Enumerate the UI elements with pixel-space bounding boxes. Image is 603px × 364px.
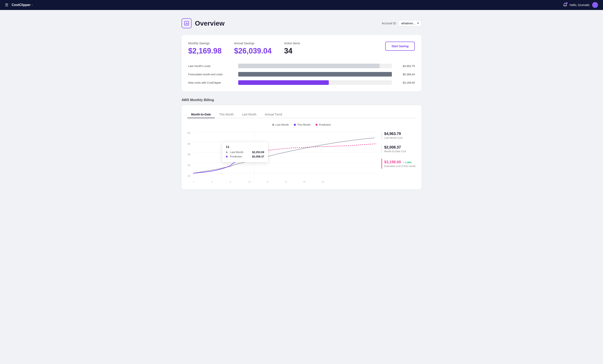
chart-and-stats: 5K 4K 3K 2K 1K xyxy=(187,130,416,184)
legend-label-this-month: This Month xyxy=(297,123,311,126)
action-items-label: Action Items xyxy=(284,42,300,45)
tab-annual-trend[interactable]: Annual Trend xyxy=(261,111,286,118)
legend-dot-prediction xyxy=(315,124,318,126)
account-id-select[interactable]: whatever... xyxy=(398,20,421,26)
last-month-cost-value: $4,963.79 xyxy=(396,65,415,68)
last-month-cost-bar-wrap xyxy=(238,64,392,68)
tooltip-prediction-label: Prediction xyxy=(230,155,250,158)
tooltip-prediction-value: $2,008.37 xyxy=(252,155,264,158)
svg-text:17: 17 xyxy=(266,181,269,183)
y-axis: 5K 4K 3K 2K 1K xyxy=(187,130,193,184)
billing-tabs: Month-to-Date This Month Last Month Annu… xyxy=(187,111,416,118)
user-avatar xyxy=(592,2,598,8)
page-title-area: Overview xyxy=(182,18,224,28)
topnav-left: ☰ CostClipper✦ xyxy=(5,3,33,7)
monthly-savings-label: Monthly Savings xyxy=(188,42,221,45)
annual-savings-value: $26,039.04 xyxy=(234,47,271,55)
legend-label-prediction: Prediction xyxy=(319,123,331,126)
monthly-savings-value: $2,169.98 xyxy=(188,47,221,55)
y-label-3k: 3K xyxy=(187,153,191,156)
right-stat-estimated-cost: $3,198.69 + 1.48% Estimated cost of this… xyxy=(382,159,416,169)
tooltip-row-prediction: Prediction $2,008.37 xyxy=(226,155,264,158)
brand-dot: ✦ xyxy=(31,4,33,6)
account-id-area: Account ID whatever... xyxy=(382,20,421,26)
rs-last-month-value: $4,963.79 xyxy=(384,132,402,136)
brand-name: CostClipper xyxy=(12,3,31,7)
forecasted-cost-row: Forecasted month-end costs $5,368.64 xyxy=(188,72,415,77)
monthly-savings-metric: Monthly Savings $2,169.98 xyxy=(188,42,221,55)
topnav-right: Hello, Grumatic xyxy=(563,2,598,8)
rs-mtd-value: $2,008.37 xyxy=(384,145,406,150)
svg-text:13: 13 xyxy=(248,181,251,183)
chart-right-stats: $4,963.79 Last Month Cost $2,008.37 Mont… xyxy=(376,130,416,171)
chart-tooltip: 11 Last Month $2,253.09 Prediction xyxy=(222,142,268,162)
rs-last-month-label: Last Month Cost xyxy=(384,136,402,139)
billing-section-title: AWS Monthly Billing xyxy=(182,98,421,102)
y-label-2k: 2K xyxy=(187,164,191,167)
last-month-cost-row: Last month's costs $4,963.79 xyxy=(188,64,415,68)
topnav: ☰ CostClipper✦ Hello, Grumatic xyxy=(0,0,603,10)
start-saving-button[interactable]: Start Saving xyxy=(385,42,415,51)
last-month-line xyxy=(193,138,375,173)
account-id-label: Account ID xyxy=(382,22,396,25)
brand-logo: CostClipper✦ xyxy=(12,3,33,7)
forecasted-cost-bar-wrap xyxy=(238,72,392,77)
chart-inner: 5K 4K 3K 2K 1K xyxy=(187,130,376,184)
last-month-cost-label: Last month's costs xyxy=(188,65,234,68)
new-costs-row: New costs with CostClipper $3,198.69 xyxy=(188,80,415,85)
forecasted-cost-label: Forecasted month-end costs xyxy=(188,73,234,76)
y-label-4k: 4K xyxy=(187,143,191,145)
tab-last-month[interactable]: Last Month xyxy=(238,111,260,118)
prediction-line xyxy=(254,144,377,153)
legend-this-month: This Month xyxy=(294,123,311,126)
chart-svg-wrap: 5K 4K 3K 2K 1K xyxy=(187,130,376,184)
billing-section: AWS Monthly Billing Month-to-Date This M… xyxy=(182,98,421,189)
forecasted-cost-bar xyxy=(238,72,392,77)
svg-text:5: 5 xyxy=(211,181,213,183)
cost-bars: Last month's costs $4,963.79 Forecasted … xyxy=(188,64,415,85)
stat-divider-pink xyxy=(382,159,382,169)
action-items-metric: Action Items 34 xyxy=(284,42,300,55)
chart-area: 1 5 9 13 17 21 25 29 xyxy=(193,130,377,184)
hamburger-icon[interactable]: ☰ xyxy=(5,3,8,7)
tab-this-month[interactable]: This Month xyxy=(216,111,237,118)
chart-legend: Last Month This Month Prediction xyxy=(187,123,416,126)
svg-text:21: 21 xyxy=(285,181,287,183)
summary-actions: Start Saving xyxy=(385,42,415,51)
svg-text:9: 9 xyxy=(230,181,231,183)
page-title: Overview xyxy=(195,20,224,27)
main-content: Overview Account ID whatever... Monthly … xyxy=(177,10,426,198)
annual-savings-label: Annual Savings xyxy=(234,42,271,45)
right-stat-last-month-cost: $4,963.79 Last Month Cost xyxy=(382,132,416,139)
action-items-value: 34 xyxy=(284,47,300,55)
tooltip-dot-purple xyxy=(226,156,228,157)
rs-estimated-label: Estimated cost of this month xyxy=(384,165,416,168)
svg-text:29: 29 xyxy=(322,181,324,183)
summary-card: Monthly Savings $2,169.98 Annual Savings… xyxy=(182,35,421,91)
chart-container: 5K 4K 3K 2K 1K xyxy=(187,130,376,184)
rs-estimated-value: $3,198.69 + 1.48% xyxy=(384,160,416,164)
svg-text:1: 1 xyxy=(193,181,194,183)
new-costs-bar-wrap xyxy=(238,80,392,85)
tab-month-to-date[interactable]: Month-to-Date xyxy=(187,111,215,118)
notification-icon[interactable] xyxy=(563,3,567,8)
tooltip-last-month-value: $2,253.09 xyxy=(252,151,264,154)
tooltip-last-month-label: Last Month xyxy=(230,151,250,154)
stat-divider xyxy=(382,132,382,139)
billing-card: Month-to-Date This Month Last Month Annu… xyxy=(182,105,421,189)
new-costs-value: $3,198.69 xyxy=(396,81,415,84)
tooltip-row-last-month: Last Month $2,253.09 xyxy=(226,151,264,154)
new-costs-label: New costs with CostClipper xyxy=(188,81,234,84)
svg-text:25: 25 xyxy=(303,181,306,183)
notification-dot xyxy=(566,2,568,4)
legend-dot-this-month xyxy=(294,124,296,126)
legend-prediction: Prediction xyxy=(315,123,331,126)
tooltip-day: 11 xyxy=(226,145,264,149)
legend-label-last-month: Last Month xyxy=(276,123,289,126)
page-header: Overview Account ID whatever... xyxy=(182,18,421,28)
summary-metrics: Monthly Savings $2,169.98 Annual Savings… xyxy=(188,42,415,55)
legend-dot-last-month xyxy=(272,124,274,126)
rs-estimated-badge: + 1.48% xyxy=(403,161,412,164)
legend-last-month: Last Month xyxy=(272,123,289,126)
user-greeting: Hello, Grumatic xyxy=(570,3,590,7)
